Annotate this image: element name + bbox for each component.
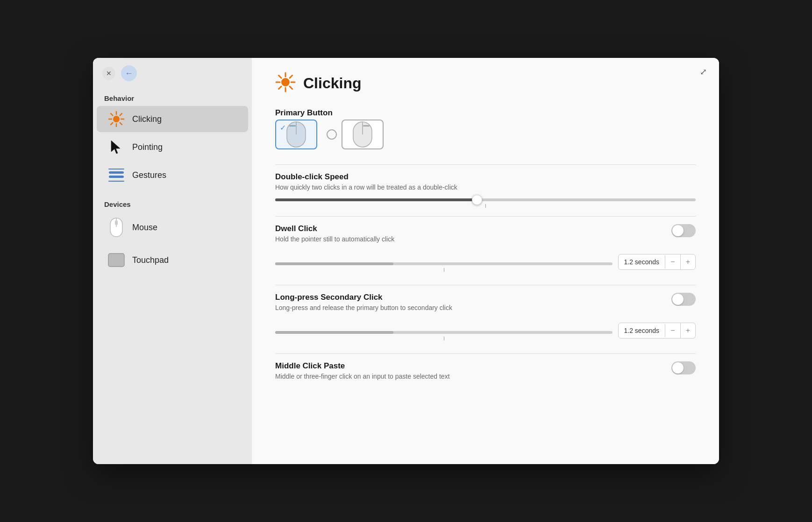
middle-click-toggle[interactable] <box>671 361 696 374</box>
double-click-section: Double-click Speed How quickly two click… <box>275 172 696 201</box>
long-press-title: Long-press Secondary Click <box>275 293 452 302</box>
dwell-seconds-minus[interactable]: − <box>665 254 680 269</box>
long-press-seconds-value: 1.2 seconds <box>619 324 666 337</box>
divider-3 <box>275 285 696 285</box>
sidebar-item-clicking[interactable]: Clicking <box>97 106 248 132</box>
long-press-slider-track <box>275 331 613 334</box>
mouse-device-icon <box>108 217 125 238</box>
svg-line-26 <box>279 86 282 89</box>
svg-rect-29 <box>289 125 296 127</box>
long-press-slider-fill <box>275 331 393 334</box>
dwell-toggle[interactable] <box>671 224 696 237</box>
dwell-seconds-control: 1.2 seconds − + <box>618 254 696 270</box>
svg-line-24 <box>290 86 292 89</box>
back-button[interactable]: ← <box>121 65 137 81</box>
middle-click-text: Middle Click Paste Middle or three-finge… <box>275 361 450 388</box>
back-icon: ← <box>125 69 133 78</box>
divider-4 <box>275 353 696 354</box>
long-press-slider-tick <box>444 337 444 340</box>
page-header-icon <box>275 72 296 94</box>
main-content: Clicking Primary Button ✓ <box>252 58 719 464</box>
slider-tick <box>485 204 486 208</box>
sidebar-item-mouse[interactable]: Mouse <box>97 212 248 243</box>
dwell-seconds-plus[interactable]: + <box>680 254 695 269</box>
long-press-toggle-knob <box>672 294 684 305</box>
middle-click-toggle-knob <box>672 362 684 374</box>
long-press-seconds-minus[interactable]: − <box>665 323 680 338</box>
svg-point-18 <box>281 78 290 86</box>
svg-line-5 <box>111 113 113 115</box>
svg-line-25 <box>290 76 292 78</box>
svg-point-0 <box>113 116 120 122</box>
slider-thumb[interactable] <box>472 195 482 205</box>
dwell-slider-tick <box>444 268 444 272</box>
svg-rect-16 <box>115 220 118 225</box>
sidebar-item-pointing[interactable]: Pointing <box>97 134 248 160</box>
cursor-icon <box>108 139 125 155</box>
mouse-label: Mouse <box>132 223 157 233</box>
slider-fill <box>275 198 477 201</box>
divider-2 <box>275 216 696 217</box>
right-mouse-option-group <box>327 120 384 149</box>
long-press-toggle[interactable] <box>671 293 696 306</box>
sidebar-item-gestures[interactable]: Gestures <box>97 162 248 188</box>
touchpad-label: Touchpad <box>132 255 169 265</box>
dwell-slider-track <box>275 262 613 265</box>
close-button[interactable]: ✕ <box>102 67 115 80</box>
svg-line-23 <box>279 76 282 78</box>
long-press-controls-row: 1.2 seconds − + <box>275 323 696 339</box>
svg-line-6 <box>120 123 122 125</box>
primary-button-options: ✓ <box>275 120 696 149</box>
long-press-slider[interactable] <box>275 331 613 334</box>
right-radio[interactable] <box>327 129 337 140</box>
svg-rect-11 <box>109 176 124 178</box>
svg-rect-10 <box>109 171 124 174</box>
slider-track <box>275 198 696 201</box>
dwell-click-title: Dwell Click <box>275 224 394 233</box>
settings-window: ✕ ← Behavior <box>93 58 719 464</box>
svg-marker-9 <box>111 141 120 154</box>
long-press-seconds-plus[interactable]: + <box>680 323 695 338</box>
long-press-slider-wrap <box>275 327 613 334</box>
gestures-label: Gestures <box>132 170 166 180</box>
svg-rect-17 <box>108 254 124 267</box>
right-mouse-option[interactable] <box>342 120 384 149</box>
top-right-controls: ⤢ <box>697 65 710 78</box>
pointing-label: Pointing <box>132 142 163 152</box>
devices-section-label: Devices <box>93 197 252 211</box>
primary-button-title: Primary Button <box>275 108 696 118</box>
page-header: Clicking <box>275 72 696 94</box>
sidebar-controls: ✕ ← <box>93 65 252 91</box>
left-check-icon: ✓ <box>280 123 286 132</box>
close-icon: ✕ <box>106 70 112 77</box>
middle-click-toggle-row: Middle Click Paste Middle or three-finge… <box>275 361 696 388</box>
sun-icon <box>108 111 125 127</box>
gestures-icon <box>108 167 125 183</box>
double-click-desc: How quickly two clicks in a row will be … <box>275 183 696 191</box>
expand-button[interactable]: ⤢ <box>697 65 710 78</box>
svg-line-7 <box>120 113 122 115</box>
middle-click-desc: Middle or three-finger click on an input… <box>275 373 450 380</box>
dwell-controls-row: 1.2 seconds − + <box>275 254 696 270</box>
clicking-label: Clicking <box>132 114 162 124</box>
svg-rect-32 <box>363 125 370 127</box>
double-click-slider[interactable] <box>275 198 696 201</box>
dwell-click-desc: Hold the pointer still to automatically … <box>275 235 394 243</box>
dwell-text: Dwell Click Hold the pointer still to au… <box>275 224 394 250</box>
dwell-toggle-row: Dwell Click Hold the pointer still to au… <box>275 224 696 250</box>
dwell-slider-fill <box>275 262 393 265</box>
middle-click-section: Middle Click Paste Middle or three-finge… <box>275 361 696 388</box>
behavior-section-label: Behavior <box>93 91 252 105</box>
double-click-title: Double-click Speed <box>275 172 696 182</box>
long-press-desc: Long-press and release the primary butto… <box>275 304 452 311</box>
dwell-slider[interactable] <box>275 262 613 265</box>
touchpad-device-icon <box>108 249 125 271</box>
dwell-slider-wrap <box>275 259 613 265</box>
divider-1 <box>275 164 696 165</box>
dwell-toggle-knob <box>672 225 684 236</box>
left-mouse-option[interactable]: ✓ <box>275 120 317 149</box>
sidebar-item-touchpad[interactable]: Touchpad <box>97 245 248 275</box>
page-title: Clicking <box>303 75 361 92</box>
middle-click-title: Middle Click Paste <box>275 361 450 371</box>
svg-line-8 <box>111 123 113 125</box>
